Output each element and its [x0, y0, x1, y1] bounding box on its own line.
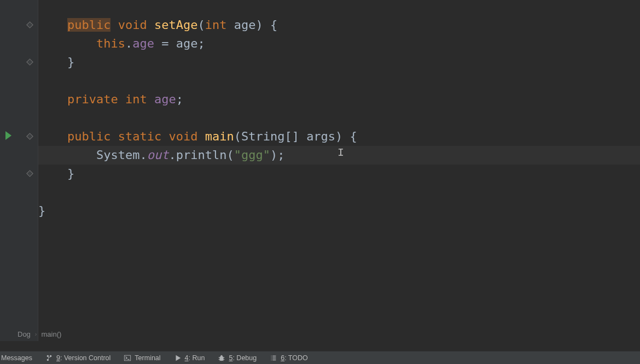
method-call: println(: [176, 148, 234, 162]
keyword-public: public: [67, 130, 110, 143]
fold-toggle-icon[interactable]: [26, 170, 33, 177]
keyword-private: private: [67, 92, 118, 106]
param: String[] args: [241, 130, 335, 143]
punct: ;: [176, 92, 183, 106]
toolwindow-label: 6: TODO: [281, 354, 308, 362]
terminal-icon: [124, 354, 131, 362]
string-literal: "ggg": [234, 148, 270, 162]
punct: ) {: [255, 18, 277, 32]
toolwindow-label: Terminal: [135, 354, 160, 362]
keyword-this: this: [96, 37, 125, 50]
brace: }: [38, 204, 45, 218]
punct: .: [125, 37, 132, 50]
static-field: out: [147, 148, 169, 162]
punct: ) {: [335, 130, 357, 143]
punct: );: [270, 148, 285, 162]
punct: .: [139, 148, 147, 162]
keyword-static: static: [118, 130, 161, 143]
fold-toggle-icon[interactable]: [26, 21, 33, 28]
punct: (: [234, 130, 241, 143]
toolwindow-label: Messages: [1, 354, 32, 362]
field-decl: age: [154, 92, 176, 106]
list-icon: [270, 354, 277, 362]
code-editor[interactable]: public void setAge(int age) { this.age =…: [0, 0, 640, 341]
editor-gutter[interactable]: [0, 0, 38, 341]
breadcrumb[interactable]: Dog › main(): [18, 327, 61, 341]
code-content[interactable]: public void setAge(int age) { this.age =…: [38, 0, 640, 220]
method-name: setAge: [154, 18, 197, 32]
bug-icon: [218, 354, 225, 362]
breadcrumb-class[interactable]: Dog: [18, 330, 31, 338]
toolwindow-messages[interactable]: Messages: [0, 351, 39, 364]
punct: = age;: [154, 37, 205, 50]
play-icon: [174, 354, 182, 362]
brace: }: [67, 167, 74, 180]
param: age: [226, 18, 255, 32]
toolwindow-label: 9: Version Control: [56, 354, 110, 362]
keyword-public: public: [67, 18, 110, 32]
toolwindow-terminal[interactable]: Terminal: [117, 351, 167, 364]
keyword-void: void: [168, 130, 197, 143]
fold-toggle-icon[interactable]: [26, 133, 33, 140]
brace: }: [67, 55, 74, 69]
keyword-int: int: [205, 18, 227, 32]
svg-point-3: [221, 355, 223, 357]
run-gutter-icon[interactable]: [5, 131, 11, 140]
breadcrumb-method[interactable]: main(): [42, 330, 62, 338]
breadcrumb-separator-icon: ›: [35, 331, 37, 337]
text-cursor-icon: I: [338, 146, 344, 159]
class-ref: System: [96, 148, 139, 162]
toolwindow-run[interactable]: 4: Run: [167, 351, 212, 364]
branch-icon: [45, 354, 53, 362]
keyword-void: void: [118, 18, 147, 32]
toolwindow-label: 4: Run: [185, 354, 205, 362]
fold-toggle-icon[interactable]: [26, 58, 33, 66]
punct: (: [197, 18, 205, 32]
toolwindow-todo[interactable]: 6: TODO: [263, 351, 315, 364]
punct: .: [168, 148, 176, 162]
keyword-int: int: [125, 92, 147, 106]
toolwindow-version-control[interactable]: 9: Version Control: [39, 351, 117, 364]
method-name: main: [205, 130, 234, 143]
toolwindow-label: 5: Debug: [229, 354, 257, 362]
tool-window-bar[interactable]: Messages 9: Version Control Terminal 4: …: [0, 351, 640, 364]
field-ref: age: [132, 37, 154, 50]
toolwindow-debug[interactable]: 5: Debug: [211, 351, 263, 364]
